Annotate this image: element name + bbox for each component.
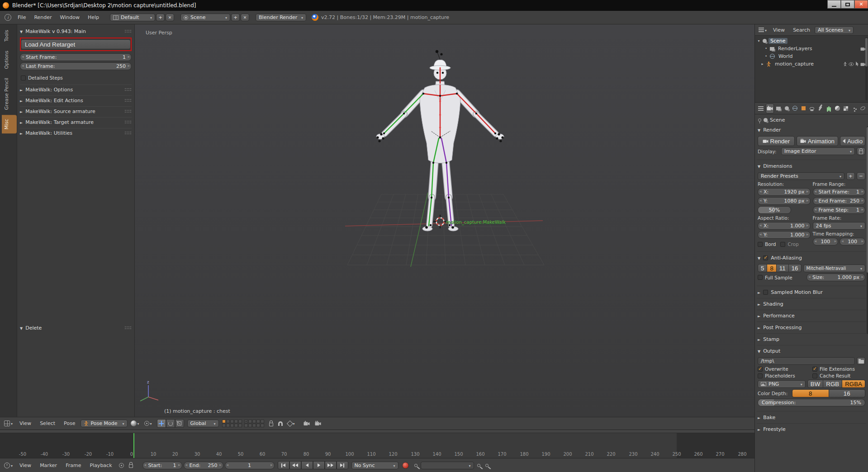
makewalk-options-panel-header[interactable]: MakeWalk: Options xyxy=(20,85,132,94)
pivot-point-dropdown[interactable] xyxy=(142,420,154,426)
aspect-x-field[interactable]: X:1.000 xyxy=(758,222,811,230)
outliner-display-mode-dropdown[interactable]: All Scenes xyxy=(815,26,854,34)
end-frame-field[interactable]: End Frame:250 xyxy=(813,197,866,205)
layer-cell[interactable] xyxy=(226,420,230,423)
layer-cell[interactable] xyxy=(222,424,226,427)
tab-tools[interactable]: Tools xyxy=(2,26,17,46)
layer-cell[interactable] xyxy=(261,420,264,423)
scene-dropdown[interactable]: Scene xyxy=(180,14,230,21)
editor-type-3dview-icon[interactable] xyxy=(2,420,14,426)
display-mode-dropdown[interactable]: Image Editor xyxy=(781,147,855,155)
snap-element-dropdown[interactable] xyxy=(286,420,297,426)
color-mode-bw-button[interactable]: BW xyxy=(807,380,823,388)
sync-mode-dropdown[interactable]: No Sync xyxy=(351,462,398,469)
frame-step-field[interactable]: Frame Step:1 xyxy=(813,206,866,214)
performance-header[interactable]: Performance xyxy=(757,311,866,321)
stamp-header[interactable]: Stamp xyxy=(757,335,866,344)
anti-aliasing-section-header[interactable]: Anti-Aliasing xyxy=(757,253,866,263)
keying-set-icon-button[interactable] xyxy=(413,464,419,467)
collapse-triangle-icon[interactable] xyxy=(20,87,23,93)
dimensions-section-header[interactable]: Dimensions xyxy=(757,161,866,171)
aa-samples-16-button[interactable]: 16 xyxy=(789,264,802,272)
layer-cell[interactable] xyxy=(244,424,248,427)
panel-grip-icon[interactable] xyxy=(124,109,132,113)
outliner-scrollbar[interactable] xyxy=(865,37,868,100)
timeline-start-frame-field[interactable]: Start: 1 xyxy=(142,462,182,469)
visibility-eye-icon[interactable] xyxy=(849,62,854,66)
jump-to-end-button[interactable] xyxy=(337,461,348,469)
layer-cell[interactable] xyxy=(248,424,252,427)
add-layout-button[interactable] xyxy=(156,14,165,21)
next-keyframe-button[interactable] xyxy=(325,461,337,469)
render-presets-dropdown[interactable]: Render Presets xyxy=(758,172,844,180)
panel-grip-icon[interactable] xyxy=(124,88,132,92)
outliner-item-renderlayers[interactable]: RenderLayers xyxy=(756,45,867,52)
lock-to-scene-button[interactable] xyxy=(267,421,275,426)
snap-toggle-button[interactable] xyxy=(276,421,285,426)
cache-result-checkbox[interactable]: Cache Result xyxy=(812,373,865,378)
resolution-percentage-slider[interactable]: 50% xyxy=(758,206,791,214)
makewalk-main-panel-header[interactable]: MakeWalk v 0.943: Main xyxy=(20,26,132,36)
crop-checkbox[interactable]: Crop xyxy=(780,241,799,247)
prev-keyframe-button[interactable] xyxy=(289,461,301,469)
tab-physics[interactable] xyxy=(859,104,867,113)
output-section-header[interactable]: Output xyxy=(757,346,866,356)
tab-misc[interactable]: Misc xyxy=(2,115,17,133)
minimize-button[interactable] xyxy=(827,0,841,9)
tab-constraints[interactable] xyxy=(808,104,816,113)
color-mode-rgba-button[interactable]: RGBA xyxy=(842,380,865,388)
detailed-steps-checkbox[interactable]: Detailed Steps xyxy=(21,75,132,80)
aa-size-field[interactable]: Size:1.000 px xyxy=(806,274,865,281)
placeholders-checkbox[interactable]: Placeholders xyxy=(758,373,811,378)
tab-material[interactable] xyxy=(833,104,841,113)
aa-samples-11-button[interactable]: 11 xyxy=(777,264,789,272)
makewalk-edit-actions-panel-header[interactable]: MakeWalk: Edit Actions xyxy=(20,95,132,105)
tab-modifiers[interactable] xyxy=(816,104,825,113)
opengl-render-anim-button[interactable] xyxy=(313,421,323,426)
layer-cell[interactable] xyxy=(230,420,234,423)
time-remap-old-field[interactable]: 100 xyxy=(813,238,839,245)
animation-button[interactable]: Animation xyxy=(797,136,838,146)
panel-grip-icon[interactable] xyxy=(124,29,132,33)
file-format-dropdown[interactable]: PNG xyxy=(758,380,806,388)
tab-object-data[interactable] xyxy=(825,104,833,113)
pose-menu[interactable]: Pose xyxy=(60,420,79,426)
layer-cell[interactable] xyxy=(226,424,230,427)
aa-filter-dropdown[interactable]: Mitchell-Netravali xyxy=(803,264,865,272)
outliner-item-world[interactable]: World xyxy=(756,52,867,60)
layer-cell[interactable] xyxy=(248,420,252,423)
collapse-triangle-icon[interactable] xyxy=(20,130,23,136)
delete-panel-header[interactable]: Delete xyxy=(20,323,132,333)
select-menu[interactable]: Select xyxy=(36,420,59,426)
timeline-end-frame-field[interactable]: End: 250 xyxy=(184,462,223,469)
panel-grip-icon[interactable] xyxy=(124,131,132,135)
mode-dropdown[interactable]: Pose Mode xyxy=(81,420,128,427)
makewalk-utilities-panel-header[interactable]: MakeWalk: Utilities xyxy=(20,128,132,137)
tab-grease-pencil[interactable]: Grease Pencil xyxy=(2,74,17,114)
overwrite-checkbox[interactable]: Overwrite xyxy=(758,366,811,372)
view-menu[interactable]: View xyxy=(16,420,35,426)
layer-cell[interactable] xyxy=(256,420,260,423)
bake-header[interactable]: Bake xyxy=(757,413,866,422)
resolution-x-field[interactable]: X:1920 px xyxy=(758,188,811,196)
manipulator-translate-button[interactable] xyxy=(157,419,166,428)
browse-output-path-button[interactable] xyxy=(857,357,865,365)
delete-keyframe-button[interactable] xyxy=(484,464,490,467)
manipulator-rotate-button[interactable] xyxy=(166,419,175,428)
layer-cell[interactable] xyxy=(238,424,242,427)
pin-icon[interactable] xyxy=(758,118,761,122)
help-menu[interactable]: Help xyxy=(84,14,103,20)
makewalk-target-armature-panel-header[interactable]: MakeWalk: Target armature xyxy=(20,117,132,127)
file-menu[interactable]: File xyxy=(14,14,29,20)
add-scene-button[interactable] xyxy=(231,14,240,21)
color-depth-16-button[interactable]: 16 xyxy=(829,389,866,397)
outliner-search-menu[interactable]: Search xyxy=(789,27,814,33)
play-reverse-button[interactable] xyxy=(301,461,313,469)
timeline-frame-menu[interactable]: Frame xyxy=(62,463,85,468)
frame-rate-dropdown[interactable]: 24 fps xyxy=(813,222,866,230)
active-keying-set-dropdown[interactable] xyxy=(421,462,474,469)
anti-aliasing-checkbox[interactable] xyxy=(763,255,768,260)
layer-cell[interactable] xyxy=(234,424,238,427)
tab-render[interactable] xyxy=(766,104,774,113)
border-checkbox[interactable]: Bord xyxy=(758,241,776,247)
